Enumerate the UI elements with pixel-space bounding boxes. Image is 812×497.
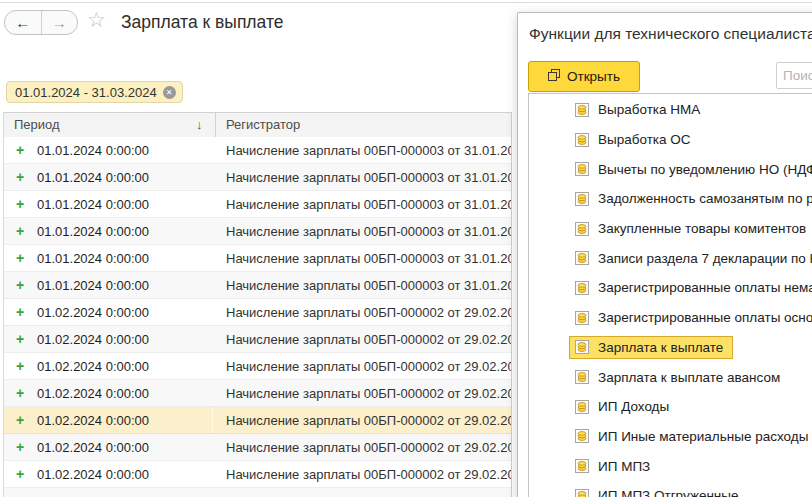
expand-plus-icon[interactable]: + (16, 412, 24, 428)
function-item-content: ИП МПЗ Отгруженные (569, 484, 749, 497)
table-row[interactable]: + 01.01.2024 0:00:00 Начисление зарплаты… (4, 191, 511, 218)
expand-plus-icon[interactable]: + (16, 385, 24, 401)
registrator-cell: Начисление зарплаты 00БП-000003 от 31.01… (226, 143, 511, 158)
function-list-item[interactable]: ИП МПЗ (529, 451, 812, 481)
expand-plus-icon[interactable]: + (16, 304, 24, 320)
table-row[interactable]: + 01.01.2024 0:00:00 Начисление зарплаты… (4, 164, 511, 191)
expand-plus-icon[interactable]: + (16, 223, 24, 239)
information-register-icon (575, 370, 589, 384)
function-list-item[interactable]: Задолженность самозанятым по ре (529, 184, 812, 214)
column-header-registrator[interactable]: Регистратор (226, 117, 300, 132)
registrator-cell: Начисление зарплаты 00БП-000002 от 29.02… (226, 440, 511, 455)
nav-button-group: ← → (4, 10, 78, 35)
table-row[interactable]: + 01.02.2024 0:00:00 Начисление зарплаты… (4, 299, 511, 326)
nav-forward-button[interactable]: → (42, 11, 78, 34)
table-body: + 01.01.2024 0:00:00 Начисление зарплаты… (4, 137, 511, 497)
table-row[interactable]: + 01.01.2024 0:00:00 Начисление зарплаты… (4, 245, 511, 272)
table-row[interactable]: + 01.01.2024 0:00:00 Начисление зарплаты… (4, 218, 511, 245)
function-item-label: Выработка НМА (598, 102, 700, 117)
function-item-content: Выработка НМА (569, 98, 710, 121)
information-register-icon (575, 400, 589, 414)
period-cell: 01.01.2024 0:00:00 (37, 143, 149, 158)
expand-plus-icon[interactable]: + (16, 331, 24, 347)
app-window: ← → ☆ Зарплата к выплате 01.01.2024 - 31… (0, 0, 812, 497)
expand-plus-icon[interactable]: + (16, 466, 24, 482)
function-list-item[interactable]: Зарегистрированные оплаты основ (529, 303, 812, 333)
registrator-cell: Начисление зарплаты 00БП-000002 от 29.02… (226, 359, 511, 374)
function-item-content: Записи раздела 7 декларации по НДС (569, 247, 812, 270)
register-table: Период ↓ Регистратор + 01.01.2024 0:00:0… (3, 112, 512, 497)
registrator-cell: Начисление зарплаты 00БП-000002 от 29.02… (226, 332, 511, 347)
expand-plus-icon[interactable]: + (16, 196, 24, 212)
search-input[interactable] (776, 62, 812, 89)
period-filter-chip[interactable]: 01.01.2024 - 31.03.2024 ✕ (6, 81, 183, 103)
function-list-item[interactable]: Зарплата к выплате авансом (529, 362, 812, 392)
registrator-cell: Начисление зарплаты 00БП-000003 от 31.01… (226, 170, 511, 185)
expand-plus-icon[interactable]: + (16, 142, 24, 158)
column-divider[interactable] (215, 113, 216, 137)
information-register-icon (575, 103, 589, 117)
function-item-label: ИП МПЗ (598, 459, 650, 474)
table-row[interactable]: + 01.02.2024 0:00:00 Начисление зарплаты… (4, 407, 511, 434)
function-item-label: ИП МПЗ Отгруженные (598, 488, 739, 497)
table-row[interactable]: + 01.01.2024 0:00:00 Начисление зарплаты… (4, 137, 511, 164)
period-cell: 01.02.2024 0:00:00 (37, 359, 149, 374)
registrator-cell: Начисление зарплаты 00БП-000002 от 29.02… (226, 467, 511, 482)
information-register-icon (575, 192, 589, 206)
function-list-item[interactable]: Вычеты по уведомлению НО (НДФЛ) (529, 154, 812, 184)
function-list-item[interactable]: Зарегистрированные оплаты немат (529, 273, 812, 303)
function-item-label: Задолженность самозанятым по ре (598, 191, 812, 206)
function-item-content: Выработка ОС (569, 128, 701, 151)
table-row[interactable]: + 01.01.2024 0:00:00 Начисление зарплаты… (4, 272, 511, 299)
function-list-item[interactable]: Записи раздела 7 декларации по НДС (529, 243, 812, 273)
expand-plus-icon[interactable]: + (16, 358, 24, 374)
table-row[interactable]: + 01.02.2024 0:00:00 Начисление зарплаты… (4, 380, 511, 407)
expand-plus-icon[interactable]: + (16, 493, 24, 497)
sort-descending-icon[interactable]: ↓ (196, 117, 203, 132)
information-register-icon (575, 429, 589, 443)
function-item-label: Зарегистрированные оплаты немат (598, 280, 812, 295)
function-item-label: Вычеты по уведомлению НО (НДФЛ) (598, 162, 812, 177)
function-item-label: Зарегистрированные оплаты основ (598, 310, 812, 325)
table-row[interactable]: + 01.02.2024 0:00:00 Начисление зарплаты… (4, 353, 511, 380)
table-row[interactable]: + 01.02.2024 0:00:00 Начисление зарплаты… (4, 326, 511, 353)
information-register-icon (575, 162, 589, 176)
function-list-item[interactable]: ИП Доходы (529, 392, 812, 422)
period-cell: 01.02.2024 0:00:00 (37, 305, 149, 320)
expand-plus-icon[interactable]: + (16, 439, 24, 455)
function-list-item[interactable]: Выработка НМА (529, 95, 812, 125)
function-item-label: Закупленные товары комитентов (598, 221, 806, 236)
column-header-period[interactable]: Период (14, 117, 60, 132)
remove-filter-icon[interactable]: ✕ (163, 86, 176, 99)
function-item-content: Зарплата к выплате (569, 336, 733, 359)
function-list-item[interactable]: ИП Иные материальные расходы (529, 422, 812, 452)
filter-chip-label: 01.01.2024 - 31.03.2024 (15, 85, 157, 100)
function-list-item[interactable]: ИП МПЗ Отгруженные (529, 481, 812, 497)
function-item-content: ИП МПЗ (569, 455, 660, 478)
favorite-star-icon[interactable]: ☆ (87, 8, 106, 32)
information-register-icon (575, 459, 589, 473)
nav-back-button[interactable]: ← (5, 11, 42, 34)
function-list-item[interactable]: Закупленные товары комитентов (529, 214, 812, 244)
function-item-content: Зарегистрированные оплаты немат (569, 276, 812, 299)
function-item-content: ИП Иные материальные расходы (569, 425, 812, 448)
table-row[interactable]: + 01.02.2024 0:00:00 Начисление зарплаты… (4, 488, 511, 497)
table-row[interactable]: + 01.02.2024 0:00:00 Начисление зарплаты… (4, 461, 511, 488)
open-button[interactable]: Открыть (528, 61, 640, 92)
function-list-item[interactable]: Выработка ОС (529, 125, 812, 155)
period-cell: 01.02.2024 0:00:00 (37, 413, 149, 428)
function-item-label: Записи раздела 7 декларации по НДС (598, 251, 812, 266)
function-item-label: Выработка ОС (598, 132, 691, 147)
table-row[interactable]: + 01.02.2024 0:00:00 Начисление зарплаты… (4, 434, 511, 461)
expand-plus-icon[interactable]: + (16, 277, 24, 293)
information-register-icon (575, 222, 589, 236)
period-cell: 01.01.2024 0:00:00 (37, 170, 149, 185)
expand-plus-icon[interactable]: + (16, 169, 24, 185)
function-item-content: Задолженность самозанятым по ре (569, 187, 812, 210)
registrator-cell: Начисление зарплаты 00БП-000003 от 31.01… (226, 278, 511, 293)
function-list: Выработка НМА Выработка ОС (528, 93, 812, 497)
function-list-item[interactable]: Зарплата к выплате (529, 333, 812, 363)
table-header: Период ↓ Регистратор (4, 112, 511, 138)
period-cell: 01.01.2024 0:00:00 (37, 224, 149, 239)
expand-plus-icon[interactable]: + (16, 250, 24, 266)
